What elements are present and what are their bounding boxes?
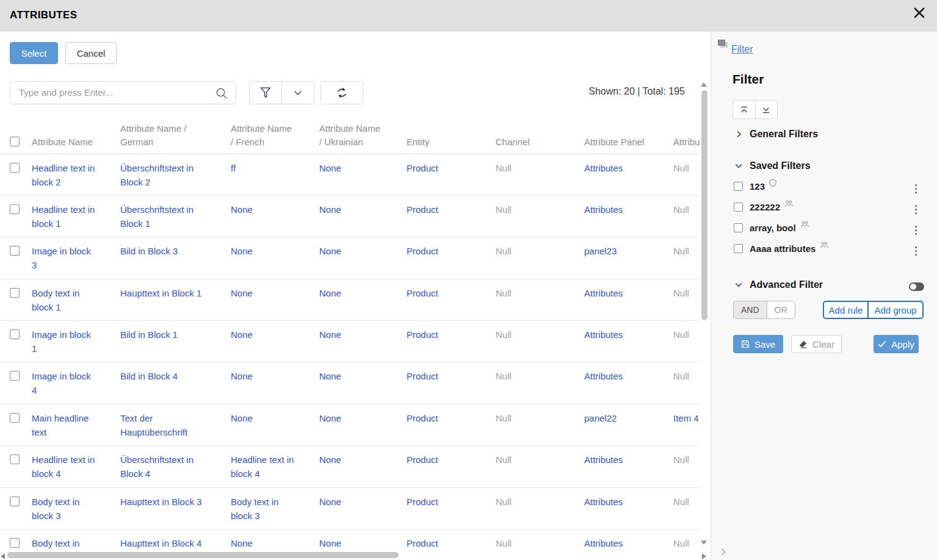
saved-filter-item[interactable]: Aaaa attributes (734, 243, 829, 254)
cell-french[interactable]: None (231, 286, 314, 300)
cell-attribute-panel[interactable]: Attributes (584, 161, 668, 175)
cell-attribute-panel[interactable]: Attributes (584, 453, 668, 467)
save-button[interactable]: Save (733, 335, 783, 353)
row-checkbox[interactable] (10, 454, 20, 464)
row-checkbox[interactable] (10, 204, 20, 214)
cell-ukrainian[interactable]: None (319, 161, 402, 175)
cell-attribute-panel[interactable]: Attributes (584, 536, 668, 550)
saved-filter-checkbox[interactable] (734, 244, 743, 253)
row-checkbox[interactable] (10, 246, 20, 256)
row-checkbox[interactable] (10, 329, 20, 339)
cell-french[interactable]: None (231, 244, 314, 258)
filter-panel-link[interactable]: Filter (731, 44, 753, 55)
cell-attribute-panel[interactable]: Attributes (584, 495, 668, 509)
cell-entity[interactable]: Product (407, 244, 491, 258)
column-header-french[interactable]: Attribute Name / French (231, 119, 319, 154)
column-header-ukrainian[interactable]: Attribute Name / Ukrainian (319, 119, 407, 154)
row-checkbox[interactable] (10, 497, 20, 506)
column-header-channel[interactable]: Channel (496, 119, 584, 154)
expand-all-icon[interactable] (755, 101, 778, 118)
saved-filter-item[interactable]: 123 (734, 181, 776, 192)
saved-filter-label[interactable]: array, bool (750, 223, 796, 233)
search-icon[interactable] (215, 87, 228, 100)
cell-german[interactable]: Haupttext in Block 1 (120, 286, 226, 300)
collapse-all-icon[interactable] (733, 101, 755, 118)
apply-button[interactable]: Apply (874, 335, 919, 353)
cell-german[interactable]: Überschriftstext in Block 4 (120, 453, 226, 481)
general-filters-section[interactable]: General Filters (734, 129, 818, 140)
cell-attribute-panel[interactable]: panel22 (584, 411, 668, 425)
cell-ukrainian[interactable]: None (319, 369, 402, 383)
saved-filter-checkbox[interactable] (734, 203, 743, 212)
saved-filter-checkbox[interactable] (734, 223, 743, 232)
panel-window-icon[interactable] (718, 40, 728, 48)
saved-filter-menu-icon[interactable] (915, 246, 917, 256)
cell-french[interactable]: ff (231, 161, 314, 175)
cell-french[interactable]: None (231, 328, 314, 342)
and-button[interactable]: AND (734, 301, 767, 318)
row-checkbox[interactable] (10, 288, 20, 298)
cell-attribute-name[interactable]: Image in block 1 (32, 328, 115, 356)
cell-french[interactable]: Body text in block 3 (231, 495, 314, 523)
cell-attribute-name[interactable]: Headline text in block 2 (32, 161, 115, 189)
search-input[interactable]: Type and press Enter... (10, 81, 236, 104)
cell-entity[interactable]: Product (407, 495, 491, 509)
cell-ukrainian[interactable]: None (319, 453, 402, 467)
cell-ukrainian[interactable]: None (319, 244, 402, 258)
cell-french[interactable]: None (231, 411, 314, 425)
table-scroll-down-arrow[interactable] (701, 540, 707, 545)
cell-german[interactable]: Text der Hauptüberschrift (120, 411, 226, 439)
cell-attribute-name[interactable]: Headline text in block 4 (32, 453, 115, 481)
cell-german[interactable]: Bild in Block 1 (120, 328, 226, 342)
cell-attribute-panel[interactable]: Attributes (584, 369, 668, 383)
or-button[interactable]: OR (767, 301, 795, 318)
cell-german[interactable]: Haupttext in Block 4 (120, 536, 226, 550)
saved-filter-menu-icon[interactable] (915, 226, 917, 235)
add-rule-button[interactable]: Add rule (824, 302, 869, 318)
cell-entity[interactable]: Product (407, 328, 491, 342)
cell-attribute-panel[interactable]: panel23 (584, 244, 668, 258)
cell-french[interactable]: Headline text in block 4 (231, 453, 314, 481)
add-group-button[interactable]: Add group (869, 302, 922, 318)
saved-filter-label[interactable]: 222222 (750, 202, 780, 212)
cell-ukrainian[interactable]: None (319, 411, 402, 425)
cell-entity[interactable]: Product (407, 411, 491, 425)
row-checkbox[interactable] (10, 538, 20, 548)
cell-ukrainian[interactable]: None (319, 536, 402, 550)
saved-filter-checkbox[interactable] (734, 182, 743, 191)
table-horizontal-scrollbar[interactable] (7, 552, 399, 558)
column-header-attribute-panel[interactable]: Attribute Panel (584, 119, 673, 154)
cell-ukrainian[interactable]: None (319, 203, 402, 217)
clear-button[interactable]: Clear (791, 335, 842, 353)
cell-ukrainian[interactable]: None (319, 495, 402, 509)
cell-french[interactable]: None (231, 203, 314, 217)
table-scroll-right-arrow[interactable] (702, 553, 706, 559)
select-all-checkbox[interactable] (10, 137, 20, 146)
cancel-button[interactable]: Cancel (65, 42, 117, 64)
table-scroll-left-arrow[interactable] (1, 553, 5, 559)
cell-attribute-name[interactable]: Headline text in block 1 (32, 203, 115, 231)
cell-french[interactable]: None (231, 369, 314, 383)
row-checkbox[interactable] (10, 163, 20, 173)
cell-entity[interactable]: Product (407, 161, 491, 175)
close-icon[interactable] (911, 4, 928, 21)
cell-attribute-name[interactable]: Main headline text (32, 411, 115, 439)
select-button[interactable]: Select (10, 42, 58, 64)
saved-filter-item[interactable]: array, bool (734, 223, 809, 233)
saved-filter-menu-icon[interactable] (915, 184, 917, 193)
cell-attribute-name[interactable]: Body text in block 4 (32, 536, 115, 551)
saved-filter-label[interactable]: 123 (750, 181, 765, 192)
advanced-filter-toggle[interactable] (909, 282, 924, 291)
cell-ukrainian[interactable]: None (319, 286, 402, 300)
cell-attribute-name[interactable]: Body text in block 3 (32, 495, 115, 523)
saved-filter-menu-icon[interactable] (915, 205, 917, 214)
cell-french[interactable]: None (231, 536, 314, 550)
saved-filters-section[interactable]: Saved Filters (734, 160, 811, 171)
cell-german[interactable]: Bild in Block 3 (120, 244, 226, 258)
advanced-filter-section[interactable]: Advanced Filter (734, 279, 823, 290)
cell-attribute-panel[interactable]: Attributes (584, 203, 668, 217)
column-header-attribute-name[interactable]: Attribute Name (32, 119, 120, 154)
saved-filter-item[interactable]: 222222 (734, 202, 794, 212)
refresh-icon[interactable] (321, 82, 363, 104)
filter-funnel-button[interactable] (250, 82, 281, 104)
